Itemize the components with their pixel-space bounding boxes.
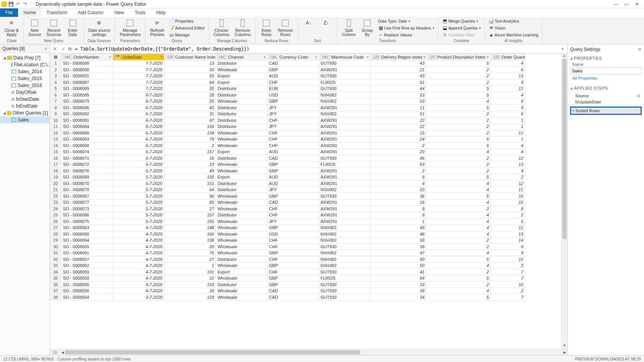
table-row[interactable]: 32SO - 00080574-7-202027DistributorCHFNX…: [50, 256, 525, 263]
replace-values-button[interactable]: ↔Replace Values: [376, 31, 436, 38]
table-row[interactable]: 12SO - 00080806-7-2020134WholesaleCHFAXW…: [50, 130, 525, 136]
column-header[interactable]: ABCWarehouse Code▾: [319, 54, 370, 61]
scroll-down-icon[interactable]: ▼: [562, 344, 567, 349]
table-row[interactable]: 3SO - 00080917-7-202055ExportAUDGUT93043…: [50, 73, 525, 79]
column-header[interactable]: 123Delivery Region Index▾: [370, 54, 426, 61]
column-header[interactable]: ABCOrderNumber▾: [61, 54, 113, 61]
applied-step[interactable]: Source⚙: [570, 93, 642, 99]
refresh-preview-button[interactable]: ⟳Refresh Preview: [148, 18, 166, 38]
data-grid[interactable]: ▦ABCOrderNumber▾📅OrderDate▾123Customer N…: [50, 54, 525, 301]
combine-files-button[interactable]: 🗎Combine Files: [441, 31, 482, 38]
fx-icon[interactable]: fx: [68, 46, 72, 52]
table-row[interactable]: 30SO - 00080554-7-202020WholesaleCHFGUT9…: [50, 244, 525, 250]
table-row[interactable]: 25SO - 00080665-7-2020157DistributorCHFA…: [50, 212, 525, 218]
table-row[interactable]: 7SO - 00080796-7-202025WholesaleGBPNXH38…: [50, 98, 525, 105]
table-row[interactable]: 14SO - 00080685-7-20202WholesaleCHFAXW29…: [50, 143, 525, 149]
applied-step[interactable]: fxUpdateDate: [570, 99, 642, 105]
new-source-button[interactable]: New Source: [26, 18, 43, 38]
table-row[interactable]: 9SO - 00080826-7-202031DistributorJPYNXH…: [50, 111, 525, 117]
tab-view[interactable]: View: [109, 8, 130, 17]
table-corner[interactable]: ▦: [50, 54, 61, 61]
query-item[interactable]: fxfxStartDate: [0, 96, 49, 103]
delete-step-icon[interactable]: ✕: [572, 109, 575, 113]
folder-data-prep[interactable]: ◢Data Prep [7]: [0, 54, 49, 61]
horizontal-scrollbar[interactable]: 39 ◀ ▶: [50, 349, 567, 355]
column-header[interactable]: 123Order Quantity▾: [491, 54, 525, 61]
merge-queries-button[interactable]: ⬒Merge Queries▾: [441, 18, 482, 25]
applied-step[interactable]: ✕Sorted Rows: [570, 106, 642, 115]
vision-button[interactable]: 👁Vision: [487, 25, 540, 31]
query-name-input[interactable]: [570, 67, 642, 74]
table-row[interactable]: 29SO - 00080644-7-2020138WholesaleCHFNXH…: [50, 237, 525, 244]
vertical-scrollbar[interactable]: ▲ ▼: [561, 54, 567, 349]
choose-columns-button[interactable]: Choose Columns: [211, 18, 232, 38]
properties-section-header[interactable]: PROPERTIES: [570, 54, 642, 61]
tab-help[interactable]: Help: [151, 8, 171, 17]
table-row[interactable]: 18SO - 00080765-7-202049WholesaleGBPAXW2…: [50, 168, 525, 174]
enter-data-button[interactable]: Enter Data: [64, 18, 81, 38]
table-row[interactable]: 2SO - 00080907-7-202033WholesaleGBPAXW29…: [50, 67, 525, 73]
folder-other-queries[interactable]: ◢Other Queries [1]: [0, 110, 49, 116]
table-row[interactable]: 10SO - 00080816-7-202087DistributorCHFAX…: [50, 117, 525, 124]
scroll-left-icon[interactable]: ◀: [60, 351, 65, 354]
table-row[interactable]: 17SO - 00080725-7-202023WholesaleGBPFLR0…: [50, 161, 525, 168]
table-row[interactable]: 23SO - 00080775-7-202085WholesaleCADAXW2…: [50, 199, 525, 206]
manage-parameters-button[interactable]: Manage Parameters: [117, 18, 143, 38]
tab-transform[interactable]: Transform: [41, 8, 72, 17]
table-row[interactable]: 20SO - 00080705-7-2020151DistributorAUDA…: [50, 180, 525, 187]
append-queries-button[interactable]: ⬓Append Queries▾: [441, 25, 482, 31]
save-icon[interactable]: 💾: [8, 2, 14, 7]
table-row[interactable]: 27SO - 00080634-7-2020148WholesaleGBPNXH…: [50, 224, 525, 231]
cancel-formula-button[interactable]: ✕: [51, 46, 58, 52]
maximize-button[interactable]: ▭: [621, 0, 632, 8]
minimize-button[interactable]: —: [610, 0, 621, 8]
query-item[interactable]: Sales_2014: [0, 68, 49, 75]
query-item[interactable]: fxDayOffset: [0, 89, 49, 96]
formula-input[interactable]: [73, 46, 558, 52]
table-row[interactable]: 4SO - 00080877-7-202064ExportCHFFLR02561…: [50, 79, 525, 86]
table-row[interactable]: 26SO - 00080755-7-2020155WholesaleJPYAXW…: [50, 218, 525, 225]
data-source-settings-button[interactable]: ⚙Data source settings: [86, 18, 113, 38]
tab-tools[interactable]: Tools: [129, 8, 151, 17]
table-row[interactable]: 33SO - 00080624-7-20201WholesaleGBPNXH38…: [50, 262, 525, 269]
table-row[interactable]: 13SO - 00080836-7-202079WholesaleCHFAXW2…: [50, 136, 525, 143]
azure-ml-button[interactable]: ▲Azure Machine Learning: [487, 31, 540, 38]
keep-rows-button[interactable]: Keep Rows: [258, 18, 275, 38]
accept-formula-button[interactable]: ✓: [60, 46, 67, 52]
query-item[interactable]: fxfxEndDate: [0, 103, 49, 110]
tab-home[interactable]: Home: [18, 8, 41, 17]
table-row[interactable]: 1SO - 00080887-7-202013DistributorCADGUT…: [50, 60, 525, 67]
manage-button[interactable]: 🗂Manage: [168, 31, 206, 38]
hscroll-thumb[interactable]: [65, 350, 360, 354]
gear-icon[interactable]: ⚙: [637, 94, 640, 98]
close-apply-button[interactable]: ✕Close & Apply: [2, 18, 21, 38]
column-header[interactable]: ABCChannel▾: [216, 54, 267, 61]
split-column-button[interactable]: Split Column: [340, 18, 358, 38]
tab-file[interactable]: File: [0, 8, 18, 17]
data-type-button[interactable]: Data Type: Date▾: [376, 18, 436, 25]
first-row-headers-button[interactable]: ▦Use First Row as Headers▾: [376, 25, 436, 31]
table-row[interactable]: 5SO - 00080897-7-202020DistributorEURGUT…: [50, 85, 525, 92]
table-row[interactable]: 6SO - 00080856-7-202028DistributorUSDNXH…: [50, 92, 525, 98]
scroll-thumb[interactable]: [562, 59, 567, 239]
sort-desc-button[interactable]: Z↓: [318, 18, 335, 28]
remove-columns-button[interactable]: Remove Columns: [232, 18, 253, 38]
tab-add-column[interactable]: Add Column: [73, 8, 109, 17]
table-row[interactable]: 16SO - 00080715-7-202016DistributorCADGU…: [50, 155, 525, 162]
group-by-button[interactable]: Group By: [359, 18, 376, 38]
query-item[interactable]: Sales_2015: [0, 75, 49, 82]
query-item-sales[interactable]: Sales: [0, 116, 49, 123]
table-row[interactable]: 19SO - 00080695-7-2020155ExportAUDAXW291…: [50, 174, 525, 180]
properties-button[interactable]: 📄Properties: [168, 18, 206, 25]
column-header[interactable]: ABCCurrency Code▾: [267, 54, 319, 61]
table-row[interactable]: 8SO - 00080866-7-202042DistributorJPYAXW…: [50, 105, 525, 111]
column-header[interactable]: 123Product Description Index▾: [426, 54, 491, 61]
advanced-editor-button[interactable]: 📝Advanced Editor: [168, 25, 206, 31]
column-header[interactable]: 📅OrderDate▾: [113, 54, 164, 61]
query-item[interactable]: Sales_2016: [0, 82, 49, 89]
close-settings-button[interactable]: ✕: [638, 47, 642, 52]
all-properties-link[interactable]: All Properties: [570, 76, 642, 80]
recent-sources-button[interactable]: Recent Sources: [44, 18, 64, 38]
close-window-button[interactable]: ✕: [632, 0, 642, 8]
sort-asc-button[interactable]: A↓: [300, 18, 317, 28]
